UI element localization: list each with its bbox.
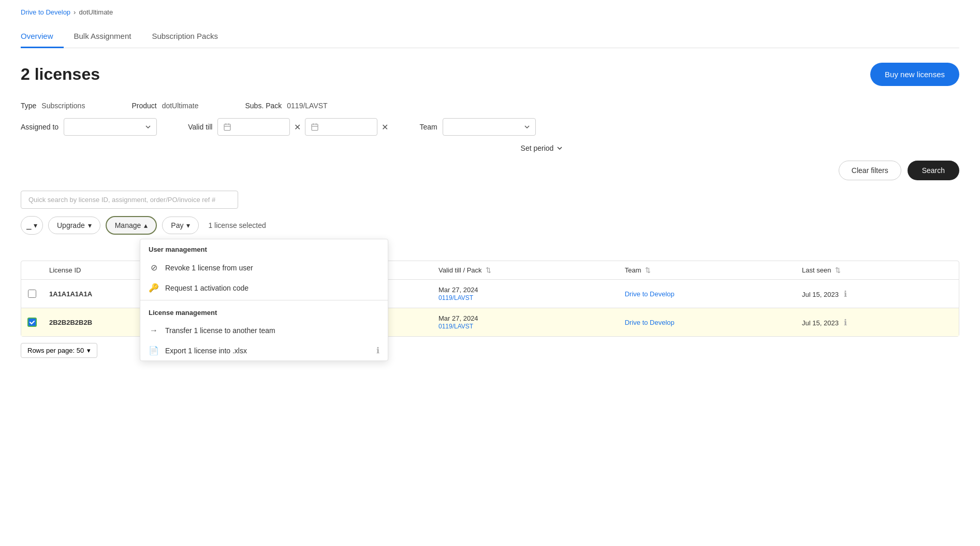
valid-till-date-to[interactable] <box>305 118 377 136</box>
transfer-icon: → <box>149 326 159 335</box>
quick-search-input[interactable] <box>21 191 238 209</box>
row-2-pack-link[interactable]: 0119/LAVST <box>438 323 473 330</box>
set-period-button[interactable]: Set period <box>521 144 563 152</box>
sort-icon-last-seen: ⇅ <box>835 266 841 274</box>
calendar-icon-2 <box>311 123 319 131</box>
breadcrumb-separator: › <box>74 8 76 16</box>
chevron-down-icon: ▾ <box>34 221 37 229</box>
breadcrumb-current: dotUltimate <box>79 8 113 16</box>
filter-row-2: Assigned to Valid till ✕ ✕ <box>21 118 959 136</box>
filter-product: Product dotUltimate <box>131 102 198 110</box>
chevron-down-icon-rows: ▾ <box>87 347 91 354</box>
manage-button[interactable]: Manage ▴ <box>106 216 157 235</box>
export-info-icon: ℹ <box>376 346 379 355</box>
pay-button[interactable]: Pay ▾ <box>162 217 199 234</box>
col-valid-till[interactable]: Valid till / Pack ⇅ <box>432 261 619 280</box>
valid-till-from-clear[interactable]: ✕ <box>294 122 301 132</box>
tab-bulk-assignment[interactable]: Bulk Assignment <box>64 26 142 48</box>
tab-bar: Overview Bulk Assignment Subscription Pa… <box>21 26 959 48</box>
search-actions: Clear filters Search <box>21 161 959 180</box>
revoke-icon: ⊘ <box>149 263 159 272</box>
filter-row-3: Set period <box>124 144 959 152</box>
valid-till-to-clear[interactable]: ✕ <box>382 122 388 132</box>
row-1-pack-link[interactable]: 0119/LAVST <box>438 294 473 301</box>
valid-till-date-from[interactable] <box>217 118 290 136</box>
breadcrumb-parent[interactable]: Drive to Develop <box>21 8 70 16</box>
row-1-team-link[interactable]: Drive to Develop <box>625 290 675 298</box>
filter-type: Type Subscriptions <box>21 102 85 110</box>
row-1-checkbox[interactable] <box>28 290 36 298</box>
tab-subscription-packs[interactable]: Subscription Packs <box>141 26 228 48</box>
row-2-team: Drive to Develop <box>619 308 796 337</box>
license-count: 2 licenses <box>21 65 100 84</box>
filter-assigned-to: Assigned to <box>21 118 157 136</box>
rows-per-page-button[interactable]: Rows per page: 50 ▾ <box>21 343 97 358</box>
col-checkbox <box>21 261 43 280</box>
row-1-info-icon[interactable]: ℹ <box>844 290 847 298</box>
row-1-checkbox-cell <box>21 280 43 308</box>
upgrade-button[interactable]: Upgrade ▾ <box>48 217 100 234</box>
row-1-valid-till: Mar 27, 2024 0119/LAVST <box>432 280 619 308</box>
filter-valid-till: Valid till ✕ ✕ <box>188 118 388 136</box>
filters-panel: Type Subscriptions Product dotUltimate S… <box>21 102 959 180</box>
buy-new-licenses-button[interactable]: Buy new licenses <box>870 63 959 86</box>
check-icon <box>29 319 35 325</box>
quick-search-container <box>21 191 959 209</box>
action-toolbar: ⎯ ▾ Upgrade ▾ Manage ▴ Pay ▾ 1 license s… <box>21 216 959 235</box>
row-1-last-seen: Jul 15, 2023 ℹ <box>796 280 959 308</box>
key-icon: 🔑 <box>149 283 159 293</box>
valid-till-date-group: ✕ ✕ <box>217 118 388 136</box>
filter-team: Team <box>419 118 535 136</box>
transfer-license-item[interactable]: → Transfer 1 license to another team <box>140 321 388 340</box>
tab-overview[interactable]: Overview <box>21 26 64 48</box>
selected-count-info: 1 license selected <box>208 221 266 229</box>
svg-rect-4 <box>312 124 318 131</box>
row-2-last-seen: Jul 15, 2023 ℹ <box>796 308 959 337</box>
assigned-to-select[interactable] <box>64 118 157 136</box>
row-2-team-link[interactable]: Drive to Develop <box>625 319 675 326</box>
row-2-checkbox-cell <box>21 308 43 337</box>
page-header: 2 licenses Buy new licenses <box>21 63 959 86</box>
breadcrumb: Drive to Develop › dotUltimate <box>21 8 959 16</box>
search-button[interactable]: Search <box>908 161 959 180</box>
minus-icon: ⎯ <box>26 221 32 230</box>
chevron-down-icon-upgrade: ▾ <box>88 221 92 229</box>
sort-icon-valid-till: ⇅ <box>486 266 491 274</box>
row-1-team: Drive to Develop <box>619 280 796 308</box>
filter-subs-pack: Subs. Pack 0119/LAVST <box>245 102 327 110</box>
col-team[interactable]: Team ⇅ <box>619 261 796 280</box>
clear-filters-button[interactable]: Clear filters <box>839 161 901 180</box>
user-management-header: User management <box>140 239 388 257</box>
export-icon: 📄 <box>149 346 159 355</box>
menu-divider <box>140 300 388 300</box>
calendar-icon <box>223 123 231 131</box>
row-2-checkbox[interactable] <box>27 318 37 327</box>
row-2-valid-till: Mar 27, 2024 0119/LAVST <box>432 308 619 337</box>
svg-rect-0 <box>224 124 230 131</box>
sort-icon-team: ⇅ <box>645 266 651 274</box>
select-all-button[interactable]: ⎯ ▾ <box>21 216 43 235</box>
chevron-down-icon <box>557 145 563 151</box>
chevron-down-icon-pay: ▾ <box>186 221 190 229</box>
chevron-up-icon: ▴ <box>144 221 148 229</box>
manage-dropdown-menu: User management ⊘ Revoke 1 license from … <box>140 239 388 361</box>
license-management-header: License management <box>140 303 388 321</box>
team-select[interactable] <box>443 118 536 136</box>
filter-row-1: Type Subscriptions Product dotUltimate S… <box>21 102 959 110</box>
col-last-seen[interactable]: Last seen ⇅ <box>796 261 959 280</box>
revoke-license-item[interactable]: ⊘ Revoke 1 license from user <box>140 257 388 278</box>
export-license-item[interactable]: 📄 Export 1 license into .xlsx ℹ <box>140 340 388 361</box>
activation-code-item[interactable]: 🔑 Request 1 activation code <box>140 278 388 298</box>
row-2-info-icon[interactable]: ℹ <box>844 318 847 327</box>
